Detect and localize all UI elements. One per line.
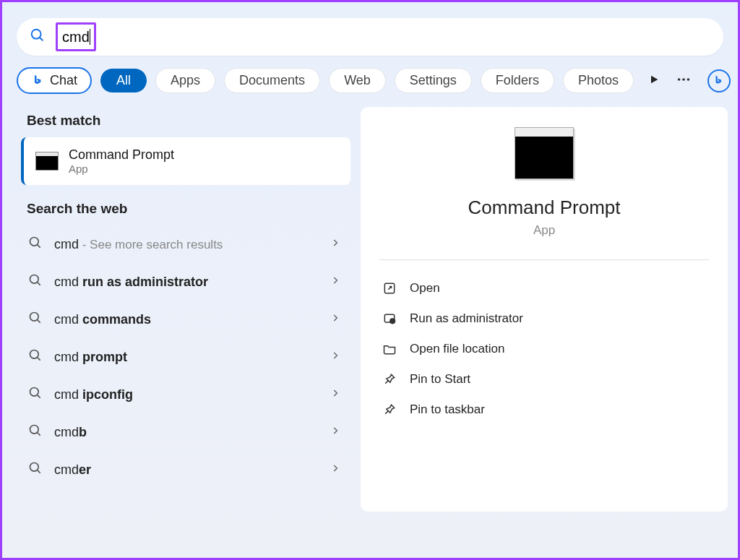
detail-panel: Command Prompt App Open Run as administr… xyxy=(361,107,728,512)
action-run-admin[interactable]: Run as administrator xyxy=(379,303,709,334)
web-result-text: cmd run as administrator xyxy=(54,275,208,290)
web-result-text: cmd ipconfig xyxy=(54,387,133,402)
play-icon[interactable] xyxy=(648,74,660,88)
search-icon xyxy=(28,236,43,253)
cmd-app-icon xyxy=(35,152,59,171)
web-result-item[interactable]: cmd commands xyxy=(21,301,350,338)
search-icon xyxy=(28,386,43,403)
detail-sub: App xyxy=(379,223,709,238)
web-result-item[interactable]: cmd ipconfig xyxy=(21,376,350,413)
svg-point-4 xyxy=(687,78,690,81)
open-icon xyxy=(382,281,397,296)
search-icon xyxy=(28,461,43,478)
search-icon xyxy=(28,311,43,328)
web-result-text: cmd commands xyxy=(54,312,151,327)
svg-point-7 xyxy=(30,275,39,284)
search-bar[interactable]: cmd xyxy=(17,18,723,56)
web-result-item[interactable]: cmd - See more search results xyxy=(21,225,350,263)
svg-point-11 xyxy=(30,350,39,359)
shield-icon xyxy=(382,311,397,326)
best-match-title: Command Prompt xyxy=(69,147,174,163)
action-pin-start-label: Pin to Start xyxy=(410,372,470,387)
web-results-list: cmd - See more search results cmd run as… xyxy=(21,225,350,488)
all-label: All xyxy=(116,73,131,88)
search-icon xyxy=(28,273,43,290)
chevron-right-icon xyxy=(330,350,340,363)
svg-point-17 xyxy=(30,463,39,472)
svg-point-5 xyxy=(30,238,39,246)
search-icon xyxy=(28,348,43,366)
action-pin-taskbar-label: Pin to taskbar xyxy=(410,402,485,417)
svg-point-0 xyxy=(32,30,41,39)
best-match-sub: App xyxy=(69,163,174,175)
web-result-item[interactable]: cmdb xyxy=(21,413,350,451)
search-input[interactable]: cmd xyxy=(56,22,96,51)
documents-pill[interactable]: Documents xyxy=(224,68,320,93)
web-result-text: cmdb xyxy=(54,425,87,440)
web-result-text: cmd - See more search results xyxy=(54,237,223,252)
bing-icon[interactable] xyxy=(707,69,731,92)
svg-line-14 xyxy=(38,395,40,398)
photos-pill[interactable]: Photos xyxy=(563,68,634,93)
chevron-right-icon xyxy=(330,238,340,251)
svg-line-10 xyxy=(38,320,40,323)
folder-icon xyxy=(382,342,397,356)
chevron-right-icon xyxy=(330,313,340,326)
search-web-heading: Search the web xyxy=(27,201,350,217)
chevron-right-icon xyxy=(330,426,340,439)
svg-line-1 xyxy=(40,38,43,41)
svg-line-18 xyxy=(38,470,40,473)
more-icon[interactable] xyxy=(676,72,692,90)
web-result-text: cmder xyxy=(54,462,91,478)
action-open[interactable]: Open xyxy=(379,273,709,303)
action-pin-taskbar[interactable]: Pin to taskbar xyxy=(379,395,709,425)
svg-line-8 xyxy=(38,283,40,285)
folders-pill[interactable]: Folders xyxy=(481,68,554,93)
chat-pill[interactable]: Chat xyxy=(17,67,92,94)
documents-label: Documents xyxy=(239,73,305,88)
all-pill[interactable]: All xyxy=(100,69,147,92)
action-open-label: Open xyxy=(410,281,440,296)
photos-label: Photos xyxy=(578,73,619,88)
folders-label: Folders xyxy=(496,73,539,88)
content: Best match Command Prompt App Search the… xyxy=(2,107,738,512)
action-open-location-label: Open file location xyxy=(410,342,504,356)
web-pill[interactable]: Web xyxy=(329,68,386,93)
svg-line-12 xyxy=(38,358,40,361)
chevron-right-icon xyxy=(330,463,340,476)
best-match-item[interactable]: Command Prompt App xyxy=(21,137,350,185)
results-column: Best match Command Prompt App Search the… xyxy=(12,107,350,512)
web-label: Web xyxy=(344,73,371,88)
best-match-heading: Best match xyxy=(27,113,350,129)
pin-icon xyxy=(382,402,397,417)
action-run-admin-label: Run as administrator xyxy=(410,311,523,326)
action-pin-start[interactable]: Pin to Start xyxy=(379,364,709,395)
svg-point-15 xyxy=(30,426,39,434)
svg-point-13 xyxy=(30,388,39,397)
search-icon xyxy=(28,423,43,441)
web-result-item[interactable]: cmder xyxy=(21,451,350,488)
svg-point-3 xyxy=(682,78,685,81)
detail-title: Command Prompt xyxy=(379,197,709,219)
chevron-right-icon xyxy=(330,388,340,401)
apps-label: Apps xyxy=(171,73,200,88)
detail-app-icon xyxy=(515,127,574,179)
svg-line-16 xyxy=(38,433,40,436)
svg-point-21 xyxy=(390,319,395,324)
filter-row: Chat All Apps Documents Web Settings Fol… xyxy=(2,67,738,107)
divider xyxy=(379,259,709,260)
action-open-location[interactable]: Open file location xyxy=(379,334,709,364)
pin-icon xyxy=(382,372,397,387)
apps-pill[interactable]: Apps xyxy=(155,68,215,93)
web-result-item[interactable]: cmd prompt xyxy=(21,338,350,376)
web-result-text: cmd prompt xyxy=(54,350,127,365)
svg-point-9 xyxy=(30,313,39,322)
web-result-item[interactable]: cmd run as administrator xyxy=(21,263,350,301)
svg-line-6 xyxy=(38,245,40,248)
chat-label: Chat xyxy=(50,73,77,88)
svg-point-2 xyxy=(678,78,681,81)
bing-chat-icon xyxy=(31,74,46,88)
search-icon xyxy=(30,27,46,46)
settings-pill[interactable]: Settings xyxy=(395,68,472,93)
chevron-right-icon xyxy=(330,275,340,288)
